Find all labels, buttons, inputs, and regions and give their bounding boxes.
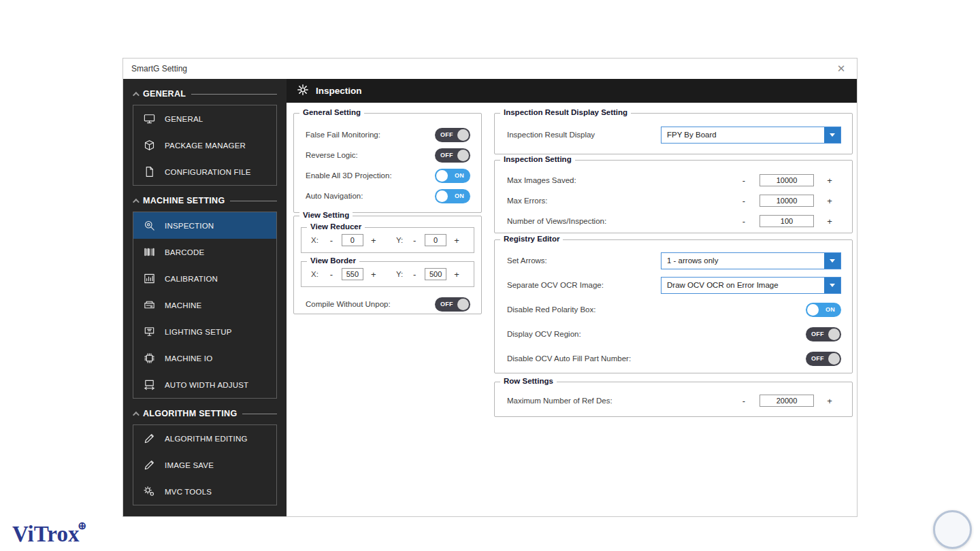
registry-editor-group: Registry Editor Set Arrows: 1 - arrows o… [494, 239, 853, 373]
sidebar-item-auto-width-adjust[interactable]: AUTO WIDTH ADJUST [133, 371, 276, 398]
set-arrows-dropdown[interactable]: 1 - arrows only [661, 252, 841, 269]
decrement-button[interactable]: - [739, 196, 749, 206]
collapse-chevron-icon [133, 411, 140, 418]
decrement-button[interactable]: - [410, 235, 419, 246]
decrement-button[interactable]: - [739, 176, 749, 186]
group-legend: Inspection Setting [500, 155, 575, 163]
logo-compass-icon: ⊕ [78, 520, 86, 531]
sidebar-item-machine-io[interactable]: MACHINE IO [133, 345, 276, 371]
setting-row: Display OCV Region: OFF [495, 322, 852, 346]
sidebar-item-label: MACHINE IO [165, 354, 212, 363]
reverse-logic-toggle[interactable]: OFF [435, 148, 470, 163]
row-label: Maximum Number of Ref Des: [507, 397, 739, 405]
disable-ocv-auto-fill-toggle[interactable]: OFF [806, 352, 841, 366]
sidebar-item-algorithm-editing[interactable]: ALGORITHM EDITING [133, 425, 276, 452]
disable-red-polarity-box-toggle[interactable]: ON [806, 303, 841, 317]
sidebar-item-label: MACHINE [165, 301, 201, 310]
max-errors-input[interactable] [760, 195, 814, 207]
chevron-down-icon [830, 284, 835, 287]
setting-row: Disable OCV Auto Fill Part Number: OFF [495, 346, 852, 371]
setting-row: Separate OCV OCR Image: Draw OCV OCR on … [495, 273, 852, 297]
decrement-button[interactable]: - [739, 396, 749, 406]
auto-navigation-toggle[interactable]: ON [435, 189, 470, 203]
increment-button[interactable]: + [452, 235, 461, 246]
decrement-button[interactable]: - [327, 269, 336, 280]
toggle-knob [436, 190, 448, 202]
compile-without-unpop-toggle[interactable]: OFF [435, 297, 470, 312]
monitor-icon [142, 112, 156, 126]
dropdown-button[interactable] [824, 127, 840, 143]
increment-button[interactable]: + [369, 235, 378, 246]
sidebar-item-label: LIGHTING SETUP [165, 328, 232, 336]
section-title: GENERAL [143, 89, 186, 99]
decrement-button[interactable]: - [327, 235, 336, 246]
views-per-inspection-input[interactable] [760, 215, 814, 227]
decrement-button[interactable]: - [410, 269, 419, 280]
lighting-icon [142, 325, 156, 339]
sidebar-item-mvc-tools[interactable]: MVC TOOLS [133, 478, 276, 505]
sidebar-item-machine[interactable]: MACHINE [133, 292, 276, 318]
view-reducer-y-input[interactable] [425, 234, 446, 246]
decrement-button[interactable]: - [739, 216, 749, 227]
row-label: Number of Views/Inspection: [507, 217, 739, 225]
sidebar-item-configuration-file[interactable]: CONFIGURATION FILE [133, 158, 276, 185]
sidebar-item-label: PACKAGE MANAGER [165, 141, 246, 150]
view-border-group: View Border X: - + Y: - + [301, 261, 474, 287]
setting-row: Number of Views/Inspection: - + [495, 211, 852, 231]
setting-row: Max Images Saved: - + [495, 170, 852, 190]
sidebar-item-label: IMAGE SAVE [165, 461, 214, 469]
increment-button[interactable]: + [369, 269, 378, 280]
group-legend: View Setting [299, 211, 353, 219]
sidebar-item-label: ALGORITHM EDITING [165, 435, 248, 443]
setting-row: Max Errors: - + [495, 190, 852, 211]
sidebar-item-inspection[interactable]: INSPECTION [133, 212, 276, 239]
sidebar-item-label: GENERAL [165, 115, 203, 123]
floating-circle-widget[interactable] [933, 510, 972, 549]
view-border-y-input[interactable] [425, 268, 446, 280]
display-ocv-region-toggle[interactable]: OFF [806, 327, 841, 341]
sidebar-item-lighting-setup[interactable]: LIGHTING SETUP [133, 318, 276, 345]
sidebar-item-general[interactable]: GENERAL [133, 105, 276, 132]
setting-row: Compile Without Unpop: OFF [294, 294, 481, 314]
max-images-saved-input[interactable] [760, 174, 814, 186]
increment-button[interactable]: + [825, 396, 834, 406]
sidebar-item-calibration[interactable]: CALIBRATION [133, 265, 276, 292]
x-label: X: [311, 270, 318, 278]
toggle-knob [436, 170, 448, 182]
smartg-setting-window: SmartG Setting ✕ GENERAL GENERAL PACKAGE… [122, 58, 858, 517]
toggle-state-label: OFF [440, 128, 453, 142]
y-label: Y: [396, 270, 403, 278]
increment-button[interactable]: + [452, 269, 461, 280]
enable-3d-projection-toggle[interactable]: ON [435, 169, 470, 183]
view-border-x-input[interactable] [342, 268, 363, 280]
setting-row: Maximum Number of Ref Des: - + [495, 390, 852, 411]
section-header-general[interactable]: GENERAL [133, 89, 277, 99]
section-header-algorithm-setting[interactable]: ALGORITHM SETTING [133, 409, 277, 418]
view-reducer-x-input[interactable] [342, 234, 363, 246]
toggle-state-label: ON [826, 303, 835, 317]
close-icon[interactable]: ✕ [831, 59, 851, 79]
increment-button[interactable]: + [825, 176, 834, 186]
sidebar-item-label: MVC TOOLS [165, 488, 212, 496]
machine-icon [142, 299, 156, 312]
toggle-knob [807, 304, 819, 316]
separate-ocv-ocr-dropdown[interactable]: Draw OCV OCR on Error Image [661, 277, 841, 294]
false-fail-monitoring-toggle[interactable]: OFF [435, 128, 470, 142]
dropdown-button[interactable] [824, 253, 840, 269]
group-legend: General Setting [299, 108, 364, 116]
sidebar-item-barcode[interactable]: BARCODE [133, 239, 276, 265]
dropdown-button[interactable] [824, 278, 840, 293]
inspection-result-display-dropdown[interactable]: FPY By Board [661, 127, 841, 144]
content-area: General Setting False Fail Monitoring: O… [287, 103, 857, 516]
group-legend: View Border [307, 256, 359, 265]
pencil-icon [142, 432, 156, 446]
increment-button[interactable]: + [825, 216, 834, 227]
sidebar-item-package-manager[interactable]: PACKAGE MANAGER [133, 132, 276, 158]
increment-button[interactable]: + [825, 196, 834, 206]
group-legend: Inspection Result Display Setting [500, 108, 631, 116]
section-header-machine-setting[interactable]: MACHINE SETTING [133, 196, 277, 205]
sidebar-item-image-save[interactable]: IMAGE SAVE [133, 452, 276, 478]
max-ref-des-input[interactable] [760, 395, 814, 407]
view-reducer-group: View Reducer X: - + Y: - + [301, 227, 474, 253]
setting-row: Auto Navigation: ON [294, 186, 481, 206]
